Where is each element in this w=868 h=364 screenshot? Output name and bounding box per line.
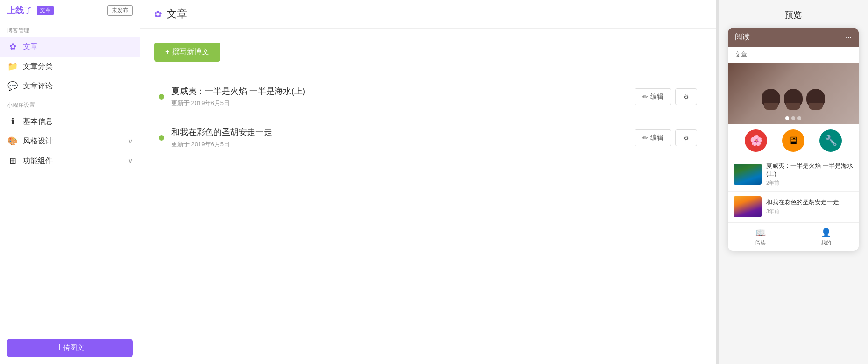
article-date: 更新于 2019年6月5日 (171, 140, 628, 149)
brand-tag: 文章 (37, 6, 54, 15)
sidebar-item-categories[interactable]: 📁 文章分类 (0, 57, 140, 76)
pencil-icon: ✏ (642, 93, 648, 100)
phone-mockup: 阅读 ··· 文章 🌸 🖥 (728, 28, 859, 251)
monitor-icon: 🖥 (788, 135, 798, 147)
mini-prog-label: 小程序设置 (0, 96, 140, 112)
hawaii-thumb (734, 164, 762, 185)
flower-icon: 🌸 (750, 135, 762, 147)
brand-name: 上线了 (7, 5, 32, 16)
hero-pagination (785, 116, 801, 120)
chevron-down-icon: ∨ (128, 137, 133, 145)
hero-dot-3 (797, 116, 801, 120)
phone-bottom-nav: 📖 阅读 👤 我的 (728, 222, 859, 251)
phone-article-title-2: 和我在彩色的圣胡安走一走 (766, 199, 839, 207)
comment-icon: 💬 (7, 81, 18, 91)
phone-hero-image (728, 63, 859, 124)
article-header-icon: ✿ (154, 8, 162, 20)
sidebar-item-comments[interactable]: 💬 文章评论 (0, 76, 140, 96)
hero-dot-2 (791, 116, 795, 120)
list-item: 和我在彩色的圣胡安走一走 3年前 (728, 192, 859, 222)
tools-icon: 🔧 (825, 135, 837, 147)
read-icon: 📖 (755, 228, 766, 238)
article-actions: ✏ 编辑 ⚙ (635, 129, 697, 146)
article-info: 和我在彩色的圣胡安走一走 更新于 2019年6月5日 (171, 127, 628, 149)
table-row: 夏威夷：一半是火焰 一半是海水(上) 更新于 2019年6月5日 ✏ 编辑 ⚙ (154, 76, 702, 117)
article-date: 更新于 2019年6月5日 (171, 99, 628, 107)
tools-icon-circle[interactable]: 🔧 (819, 129, 842, 152)
preview-title: 预览 (785, 9, 802, 21)
phone-header-title: 阅读 (735, 32, 750, 42)
preview-panel: 预览 阅读 ··· 文章 🌸 (719, 0, 868, 364)
grid-icon: ⊞ (7, 156, 18, 166)
phone-nav-read-label: 阅读 (755, 239, 766, 246)
sidebar-item-basic-info[interactable]: ℹ 基本信息 (0, 112, 140, 131)
muffin-2 (784, 89, 803, 107)
upload-button[interactable]: 上传图文 (7, 339, 133, 357)
phone-header-dots: ··· (846, 33, 852, 42)
sidebar-item-label: 基本信息 (23, 117, 53, 127)
muffin-3 (806, 89, 825, 107)
article-title: 和我在彩色的圣胡安走一走 (171, 127, 628, 138)
sidebar-item-components[interactable]: ⊞ 功能组件 ∨ (0, 151, 140, 171)
hero-decoration (728, 63, 859, 124)
phone-article-ago: 2年前 (766, 179, 853, 186)
write-new-post-button[interactable]: + 撰写新博文 (154, 43, 220, 62)
pencil-icon: ✏ (642, 134, 648, 142)
edit-button-2[interactable]: ✏ 编辑 (635, 129, 671, 146)
edit-button[interactable]: ✏ 编辑 (635, 88, 671, 105)
sidebar-footer: 上传图文 (0, 332, 140, 364)
info-icon: ℹ (7, 116, 18, 127)
phone-article-list: 夏威夷：一半是火焰 一半是海水(上) 2年前 和我在彩色的圣胡安走一走 3年前 (728, 157, 859, 222)
sidebar-item-label: 文章 (23, 42, 38, 52)
main-header: ✿ 文章 (140, 0, 716, 29)
phone-icon-row: 🌸 🖥 🔧 (728, 124, 859, 157)
main-content: ✿ 文章 + 撰写新博文 夏威夷：一半是火焰 一半是海水(上) 更新于 2019… (140, 0, 716, 364)
published-dot (159, 94, 164, 100)
settings-button[interactable]: ⚙ (675, 88, 697, 105)
phone-nav-read[interactable]: 📖 阅读 (755, 228, 766, 246)
sidebar-item-articles[interactable]: ✿ 文章 (0, 37, 140, 57)
folder-icon: 📁 (7, 61, 18, 71)
settings-button-2[interactable]: ⚙ (675, 129, 697, 146)
article-title: 夏威夷：一半是火焰 一半是海水(上) (171, 86, 628, 97)
sidebar-item-label: 文章评论 (23, 81, 53, 91)
article-thumbnail-1 (734, 164, 762, 185)
gear-icon: ⚙ (683, 93, 689, 100)
phone-article-ago-2: 3年前 (766, 208, 839, 215)
phone-nav-me[interactable]: 👤 我的 (821, 228, 831, 246)
phone-tab-label: 文章 (735, 51, 747, 58)
published-dot (159, 135, 164, 141)
article-list: 夏威夷：一半是火焰 一半是海水(上) 更新于 2019年6月5日 ✏ 编辑 ⚙ (154, 76, 702, 158)
main-body: + 撰写新博文 夏威夷：一半是火焰 一半是海水(上) 更新于 2019年6月5日… (140, 29, 716, 364)
phone-nav-me-label: 我的 (821, 239, 831, 246)
table-row: 和我在彩色的圣胡安走一走 更新于 2019年6月5日 ✏ 编辑 ⚙ (154, 117, 702, 158)
sidebar-item-label: 风格设计 (23, 136, 53, 146)
phone-article-info: 和我在彩色的圣胡安走一走 3年前 (766, 199, 839, 215)
phone-tab-bar: 文章 (728, 47, 859, 63)
palette-icon: 🎨 (7, 136, 18, 146)
list-item: 夏威夷：一半是火焰 一半是海水(上) 2年前 (728, 157, 859, 192)
flower-icon-circle[interactable]: 🌸 (745, 129, 767, 152)
muffin-1 (762, 89, 780, 107)
sidebar: 上线了 文章 未发布 博客管理 ✿ 文章 📁 文章分类 💬 文章评论 小程序设置… (0, 0, 140, 364)
sidebar-item-style[interactable]: 🎨 风格设计 ∨ (0, 131, 140, 151)
sidebar-header: 上线了 文章 未发布 (0, 0, 140, 21)
gear-icon: ⚙ (683, 134, 689, 142)
phone-article-info: 夏威夷：一半是火焰 一半是海水(上) 2年前 (766, 162, 853, 186)
user-icon: 👤 (821, 228, 831, 238)
phone-article-title: 夏威夷：一半是火焰 一半是海水(上) (766, 162, 853, 178)
sidebar-item-label: 文章分类 (23, 62, 53, 71)
phone-header: 阅读 ··· (728, 28, 859, 47)
chevron-down-icon-2: ∨ (128, 157, 133, 164)
page-title: 文章 (167, 7, 187, 21)
article-thumbnail-2 (734, 196, 762, 217)
hero-dot-1 (785, 116, 789, 120)
article-actions: ✏ 编辑 ⚙ (635, 88, 697, 105)
article-info: 夏威夷：一半是火焰 一半是海水(上) 更新于 2019年6月5日 (171, 86, 628, 107)
monitor-icon-circle[interactable]: 🖥 (782, 129, 804, 152)
unpublished-badge: 未发布 (107, 5, 133, 16)
sidebar-item-label: 功能组件 (23, 156, 53, 166)
article-icon: ✿ (7, 42, 18, 52)
blog-mgmt-label: 博客管理 (0, 21, 140, 37)
street-thumb (734, 196, 762, 217)
